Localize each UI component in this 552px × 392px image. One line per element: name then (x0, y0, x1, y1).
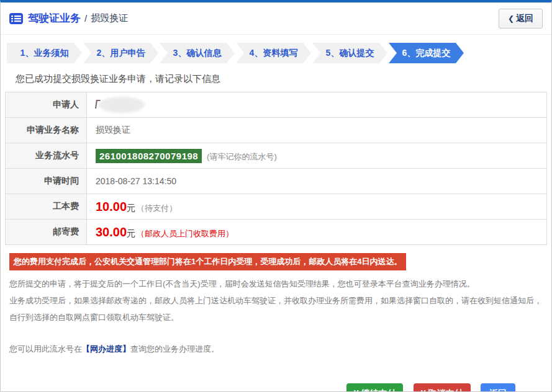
alert-banner-row: 您的费用支付完成后，公安机关交通管理部门将在1个工作日内受理，受理成功后，邮政人… (9, 253, 543, 270)
applicant-name-redacted (96, 97, 149, 113)
post-fee-note: （邮政人员上门收取费用） (137, 229, 233, 238)
work-fee-unit: 元 (127, 203, 135, 213)
success-message: 您已成功提交损毁换证业务申请，请记录以下信息 (16, 73, 551, 85)
flow-number-label: 业务流水号 (6, 143, 87, 169)
continue-pay-button[interactable]: ¥ 继续支付 (346, 383, 404, 392)
applicant-value (87, 92, 547, 118)
note-line-3: 自行到选择的自取网点窗口领取机动车驾驶证。 (9, 309, 543, 326)
back-button-top[interactable]: ❮返回 (499, 9, 543, 29)
work-fee-note: （待支付） (137, 203, 177, 213)
work-fee-value: 10.00元（待支付） (87, 194, 547, 220)
cancel-pay-button[interactable]: ¥ 取消支付 (414, 383, 471, 392)
post-fee-value: 30.00元（邮政人员上门收取费用） (87, 220, 547, 245)
applicant-label: 申请人 (6, 92, 87, 118)
back-button-bottom[interactable]: 返回 (481, 383, 515, 392)
table-row-post-fee: 邮寄费 30.00元（邮政人员上门收取费用） (6, 220, 547, 245)
table-row-applicant: 申请人 (6, 92, 547, 118)
card-list-icon (9, 13, 23, 24)
table-row-business-name: 申请业务名称 损毁换证 (6, 118, 547, 143)
flow-number-note: (请牢记你的流水号) (207, 152, 277, 161)
breadcrumb-current: 损毁换证 (91, 12, 128, 24)
page: 驾驶证业务 / 损毁换证 ❮返回 1、业务须知 2、用户申告 3、确认信息 4、… (0, 0, 552, 392)
tab-step-5[interactable]: 5、确认提交 (312, 43, 387, 63)
post-fee-unit: 元 (127, 228, 135, 238)
work-fee-label: 工本费 (6, 194, 87, 220)
table-row-flow-number: 业务流水号 261001808270079198 (请牢记你的流水号) (6, 143, 547, 169)
note-line-1: 您所提交的申请，将于提交后的一个工作日(不含当天)受理，届时会发送短信告知受理结… (9, 275, 543, 292)
breadcrumb-separator: / (84, 13, 87, 24)
back-button-label: 返回 (516, 13, 533, 23)
tab-step-1[interactable]: 1、业务须知 (7, 43, 82, 63)
page-title: 驾驶证业务 (28, 11, 81, 25)
progress-note-prefix: 您可以用此流水号在 (9, 344, 82, 354)
footer-actions: ¥ 继续支付 ¥ 取消支付 返回 (1, 383, 551, 392)
notes-block: 您所提交的申请，将于提交后的一个工作日(不含当天)受理，届时会发送短信告知受理结… (9, 275, 543, 326)
post-fee-amount: 30.00 (96, 225, 127, 239)
header: 驾驶证业务 / 损毁换证 ❮返回 (1, 2, 551, 35)
table-row-apply-time: 申请时间 2018-08-27 13:14:50 (6, 169, 547, 194)
post-fee-label: 邮寄费 (6, 220, 87, 245)
tab-step-2[interactable]: 2、用户申告 (83, 43, 158, 63)
tab-step-6-active[interactable]: 6、完成提交 (389, 43, 464, 63)
progress-note-suffix: 查询您的业务办理进度。 (130, 344, 219, 354)
redaction-blur (99, 97, 145, 113)
tab-step-4[interactable]: 4、资料填写 (236, 43, 311, 63)
apply-time-label: 申请时间 (6, 169, 87, 194)
chevron-left-icon: ❮ (508, 14, 514, 23)
progress-note-highlight: 【网办进度】 (82, 344, 130, 354)
flow-number-value: 261001808270079198 (请牢记你的流水号) (87, 143, 547, 169)
work-fee-amount: 10.00 (96, 200, 127, 213)
apply-time-value: 2018-08-27 13:14:50 (87, 169, 547, 194)
table-row-work-fee: 工本费 10.00元（待支付） (6, 194, 547, 220)
business-name-value: 损毁换证 (87, 118, 547, 143)
alert-banner: 您的费用支付完成后，公安机关交通管理部门将在1个工作日内受理，受理成功后，邮政人… (9, 253, 406, 270)
business-name-label: 申请业务名称 (6, 118, 87, 143)
step-tabs: 1、业务须知 2、用户申告 3、确认信息 4、资料填写 5、确认提交 6、完成提… (7, 43, 545, 63)
info-table: 申请人 申请业务名称 损毁换证 业务流水号 261001808270079198… (5, 92, 547, 245)
tab-step-3[interactable]: 3、确认信息 (160, 43, 235, 63)
note-line-2: 业务成功受理后，如果选择邮政寄递的，邮政人员将上门送达机动车驾驶证，并收取办理业… (9, 292, 543, 309)
flow-number-badge: 261001808270079198 (96, 149, 202, 163)
progress-note: 您可以用此流水号在【网办进度】查询您的业务办理进度。 (9, 341, 543, 357)
